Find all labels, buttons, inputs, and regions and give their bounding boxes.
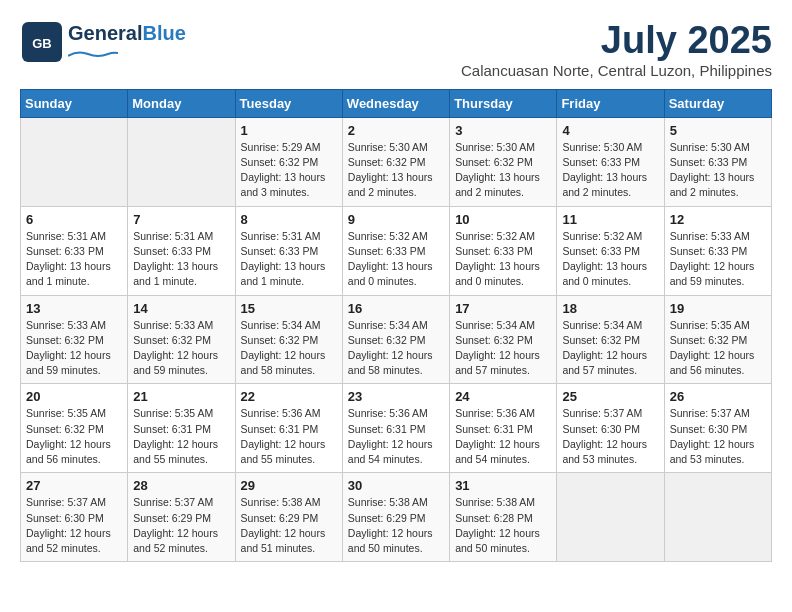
calendar-cell: 6Sunrise: 5:31 AM Sunset: 6:33 PM Daylig… (21, 206, 128, 295)
logo-text: GeneralBlue (68, 22, 186, 44)
day-number: 18 (562, 301, 658, 316)
calendar-cell: 18Sunrise: 5:34 AM Sunset: 6:32 PM Dayli… (557, 295, 664, 384)
day-number: 30 (348, 478, 444, 493)
day-info: Sunrise: 5:31 AM Sunset: 6:33 PM Dayligh… (133, 229, 229, 290)
day-number: 19 (670, 301, 766, 316)
calendar-week-row: 27Sunrise: 5:37 AM Sunset: 6:30 PM Dayli… (21, 473, 772, 562)
weekday-header: Sunday (21, 89, 128, 117)
day-number: 15 (241, 301, 337, 316)
day-info: Sunrise: 5:34 AM Sunset: 6:32 PM Dayligh… (348, 318, 444, 379)
day-number: 31 (455, 478, 551, 493)
day-number: 23 (348, 389, 444, 404)
location-title: Calancuasan Norte, Central Luzon, Philip… (461, 62, 772, 79)
calendar-cell: 21Sunrise: 5:35 AM Sunset: 6:31 PM Dayli… (128, 384, 235, 473)
day-info: Sunrise: 5:38 AM Sunset: 6:29 PM Dayligh… (241, 495, 337, 556)
calendar-cell: 7Sunrise: 5:31 AM Sunset: 6:33 PM Daylig… (128, 206, 235, 295)
calendar-cell: 24Sunrise: 5:36 AM Sunset: 6:31 PM Dayli… (450, 384, 557, 473)
calendar-cell: 2Sunrise: 5:30 AM Sunset: 6:32 PM Daylig… (342, 117, 449, 206)
calendar-cell: 20Sunrise: 5:35 AM Sunset: 6:32 PM Dayli… (21, 384, 128, 473)
weekday-header: Tuesday (235, 89, 342, 117)
calendar-cell: 28Sunrise: 5:37 AM Sunset: 6:29 PM Dayli… (128, 473, 235, 562)
day-number: 7 (133, 212, 229, 227)
day-number: 28 (133, 478, 229, 493)
calendar-week-row: 13Sunrise: 5:33 AM Sunset: 6:32 PM Dayli… (21, 295, 772, 384)
calendar-cell: 25Sunrise: 5:37 AM Sunset: 6:30 PM Dayli… (557, 384, 664, 473)
day-info: Sunrise: 5:37 AM Sunset: 6:30 PM Dayligh… (562, 406, 658, 467)
day-number: 6 (26, 212, 122, 227)
day-info: Sunrise: 5:30 AM Sunset: 6:33 PM Dayligh… (562, 140, 658, 201)
calendar-cell: 10Sunrise: 5:32 AM Sunset: 6:33 PM Dayli… (450, 206, 557, 295)
day-info: Sunrise: 5:37 AM Sunset: 6:30 PM Dayligh… (26, 495, 122, 556)
day-info: Sunrise: 5:29 AM Sunset: 6:32 PM Dayligh… (241, 140, 337, 201)
calendar-week-row: 6Sunrise: 5:31 AM Sunset: 6:33 PM Daylig… (21, 206, 772, 295)
title-block: July 2025 Calancuasan Norte, Central Luz… (461, 20, 772, 79)
calendar-cell: 27Sunrise: 5:37 AM Sunset: 6:30 PM Dayli… (21, 473, 128, 562)
page-header: GB GeneralBlue July 2025 Calancuasan Nor… (20, 20, 772, 79)
calendar-cell: 22Sunrise: 5:36 AM Sunset: 6:31 PM Dayli… (235, 384, 342, 473)
calendar-cell: 4Sunrise: 5:30 AM Sunset: 6:33 PM Daylig… (557, 117, 664, 206)
calendar-week-row: 20Sunrise: 5:35 AM Sunset: 6:32 PM Dayli… (21, 384, 772, 473)
calendar-header: SundayMondayTuesdayWednesdayThursdayFrid… (21, 89, 772, 117)
day-number: 17 (455, 301, 551, 316)
day-number: 22 (241, 389, 337, 404)
day-number: 9 (348, 212, 444, 227)
day-info: Sunrise: 5:32 AM Sunset: 6:33 PM Dayligh… (348, 229, 444, 290)
day-number: 21 (133, 389, 229, 404)
calendar-table: SundayMondayTuesdayWednesdayThursdayFrid… (20, 89, 772, 562)
day-number: 20 (26, 389, 122, 404)
day-info: Sunrise: 5:30 AM Sunset: 6:32 PM Dayligh… (455, 140, 551, 201)
weekday-header: Thursday (450, 89, 557, 117)
day-info: Sunrise: 5:33 AM Sunset: 6:32 PM Dayligh… (133, 318, 229, 379)
header-row: SundayMondayTuesdayWednesdayThursdayFrid… (21, 89, 772, 117)
day-info: Sunrise: 5:37 AM Sunset: 6:29 PM Dayligh… (133, 495, 229, 556)
day-info: Sunrise: 5:37 AM Sunset: 6:30 PM Dayligh… (670, 406, 766, 467)
calendar-cell: 15Sunrise: 5:34 AM Sunset: 6:32 PM Dayli… (235, 295, 342, 384)
calendar-cell: 12Sunrise: 5:33 AM Sunset: 6:33 PM Dayli… (664, 206, 771, 295)
day-number: 11 (562, 212, 658, 227)
day-number: 5 (670, 123, 766, 138)
day-info: Sunrise: 5:33 AM Sunset: 6:32 PM Dayligh… (26, 318, 122, 379)
day-number: 26 (670, 389, 766, 404)
day-number: 27 (26, 478, 122, 493)
calendar-week-row: 1Sunrise: 5:29 AM Sunset: 6:32 PM Daylig… (21, 117, 772, 206)
weekday-header: Saturday (664, 89, 771, 117)
calendar-cell: 23Sunrise: 5:36 AM Sunset: 6:31 PM Dayli… (342, 384, 449, 473)
day-number: 2 (348, 123, 444, 138)
logo: GB GeneralBlue (20, 20, 186, 64)
day-number: 8 (241, 212, 337, 227)
calendar-cell (128, 117, 235, 206)
weekday-header: Monday (128, 89, 235, 117)
day-number: 29 (241, 478, 337, 493)
day-number: 1 (241, 123, 337, 138)
calendar-cell: 11Sunrise: 5:32 AM Sunset: 6:33 PM Dayli… (557, 206, 664, 295)
day-info: Sunrise: 5:36 AM Sunset: 6:31 PM Dayligh… (348, 406, 444, 467)
day-info: Sunrise: 5:30 AM Sunset: 6:33 PM Dayligh… (670, 140, 766, 201)
day-info: Sunrise: 5:34 AM Sunset: 6:32 PM Dayligh… (562, 318, 658, 379)
calendar-cell: 16Sunrise: 5:34 AM Sunset: 6:32 PM Dayli… (342, 295, 449, 384)
day-info: Sunrise: 5:36 AM Sunset: 6:31 PM Dayligh… (241, 406, 337, 467)
day-info: Sunrise: 5:35 AM Sunset: 6:32 PM Dayligh… (26, 406, 122, 467)
calendar-cell (557, 473, 664, 562)
day-info: Sunrise: 5:34 AM Sunset: 6:32 PM Dayligh… (455, 318, 551, 379)
day-number: 16 (348, 301, 444, 316)
day-info: Sunrise: 5:31 AM Sunset: 6:33 PM Dayligh… (26, 229, 122, 290)
day-info: Sunrise: 5:35 AM Sunset: 6:32 PM Dayligh… (670, 318, 766, 379)
calendar-body: 1Sunrise: 5:29 AM Sunset: 6:32 PM Daylig… (21, 117, 772, 561)
calendar-cell: 8Sunrise: 5:31 AM Sunset: 6:33 PM Daylig… (235, 206, 342, 295)
calendar-cell (664, 473, 771, 562)
calendar-cell: 9Sunrise: 5:32 AM Sunset: 6:33 PM Daylig… (342, 206, 449, 295)
calendar-cell: 17Sunrise: 5:34 AM Sunset: 6:32 PM Dayli… (450, 295, 557, 384)
month-title: July 2025 (461, 20, 772, 62)
day-number: 13 (26, 301, 122, 316)
calendar-cell (21, 117, 128, 206)
calendar-cell: 30Sunrise: 5:38 AM Sunset: 6:29 PM Dayli… (342, 473, 449, 562)
day-info: Sunrise: 5:38 AM Sunset: 6:28 PM Dayligh… (455, 495, 551, 556)
calendar-cell: 29Sunrise: 5:38 AM Sunset: 6:29 PM Dayli… (235, 473, 342, 562)
day-info: Sunrise: 5:33 AM Sunset: 6:33 PM Dayligh… (670, 229, 766, 290)
calendar-cell: 3Sunrise: 5:30 AM Sunset: 6:32 PM Daylig… (450, 117, 557, 206)
logo-wave (68, 50, 118, 58)
day-info: Sunrise: 5:36 AM Sunset: 6:31 PM Dayligh… (455, 406, 551, 467)
calendar-cell: 26Sunrise: 5:37 AM Sunset: 6:30 PM Dayli… (664, 384, 771, 473)
day-info: Sunrise: 5:30 AM Sunset: 6:32 PM Dayligh… (348, 140, 444, 201)
calendar-cell: 19Sunrise: 5:35 AM Sunset: 6:32 PM Dayli… (664, 295, 771, 384)
